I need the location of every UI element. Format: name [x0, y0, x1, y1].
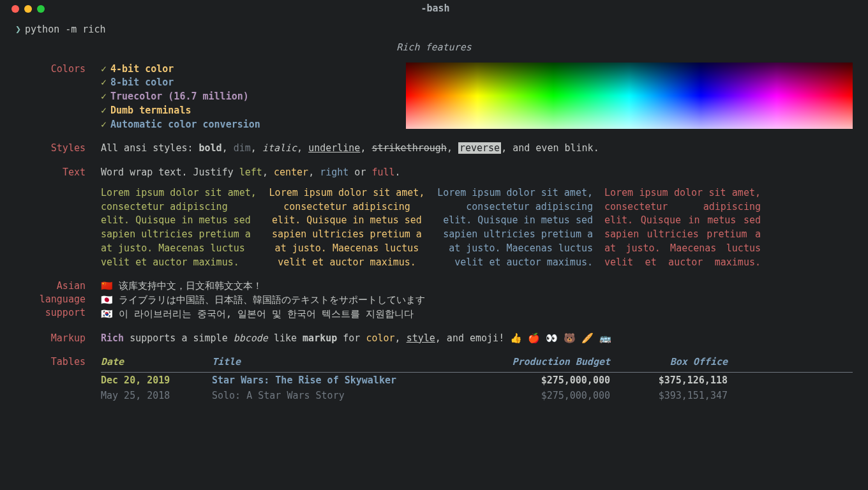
text-or: or	[348, 167, 371, 178]
section-label-colors: Colors	[15, 63, 86, 77]
td-box: $375,126,118	[625, 374, 728, 388]
check-icon: ✓	[101, 119, 107, 130]
section-label-styles: Styles	[15, 142, 86, 156]
th-title: Title	[212, 355, 467, 369]
svg-rect-1	[406, 63, 853, 129]
lorem-center: Lorem ipsum dolor sit amet, consectetur …	[269, 186, 425, 270]
section-label-text: Text	[15, 166, 86, 180]
table-row: Dec 20, 2019 Star Wars: The Rise of Skyw…	[101, 373, 853, 388]
colors-item: Automatic color conversion	[110, 119, 260, 130]
check-icon: ✓	[101, 77, 107, 88]
zoom-icon[interactable]	[37, 5, 45, 13]
td-date: May 25, 2018	[101, 389, 197, 403]
markup-emoji: 👍 🍎 👀 🐻 🥖 🚌	[510, 332, 611, 344]
markup-line: Rich supports a simple bbcode like marku…	[101, 332, 853, 346]
markup-markup: markup	[303, 332, 337, 344]
lorem-full: Lorem ipsum dolor sit amet, consectetur …	[604, 186, 761, 270]
minimize-icon[interactable]	[24, 5, 32, 13]
colors-item: Truecolor (16.7 million)	[110, 91, 249, 102]
asian-line: 🇯🇵 ライブラリは中国語、日本語、韓国語のテキストをサポートしています	[101, 293, 853, 308]
justify-center: center	[274, 167, 308, 178]
style-strike: strikethrough	[371, 142, 446, 154]
text-line: Word wrap text. Justify left, center, ri…	[101, 166, 853, 180]
td-box: $393,151,347	[625, 389, 728, 403]
markup-bbcode: bbcode	[234, 332, 268, 344]
text-period: .	[395, 167, 401, 178]
lorem-right: Lorem ipsum dolor sit amet, consectetur …	[437, 186, 593, 270]
table-row: May 25, 2018 Solo: A Star Wars Story $27…	[101, 388, 853, 403]
check-icon: ✓	[101, 63, 107, 75]
markup-rich: Rich	[101, 332, 124, 344]
justify-full: full	[371, 167, 394, 178]
asian-lines: 🇨🇳 该库支持中文，日文和韩文文本！ 🇯🇵 ライブラリは中国語、日本語、韓国語の…	[101, 279, 853, 321]
colors-item: 4-bit color	[110, 63, 174, 75]
window-title: -bash	[45, 2, 826, 16]
check-icon: ✓	[101, 91, 107, 102]
lorem-grid: Lorem ipsum dolor sit amet, consectetur …	[101, 186, 853, 270]
style-dim: dim	[234, 142, 251, 154]
justify-right: right	[320, 167, 348, 178]
style-italic: italic	[262, 142, 297, 154]
th-box: Box Office	[625, 355, 728, 369]
th-budget: Production Budget	[483, 355, 610, 369]
command-text: python -m rich	[25, 24, 105, 35]
asian-line: 🇨🇳 该库支持中文，日文和韩文文本！	[101, 279, 853, 293]
terminal-body[interactable]: ❯python -m rich Rich features Colors ✓4-…	[0, 18, 868, 403]
titlebar: -bash	[0, 0, 868, 18]
prompt-caret: ❯	[15, 24, 21, 35]
style-reverse: reverse	[458, 142, 501, 154]
td-title: Solo: A Star Wars Story	[212, 389, 467, 403]
colors-item: Dumb terminals	[110, 105, 191, 116]
section-label-markup: Markup	[15, 332, 86, 346]
traffic-lights	[11, 5, 45, 13]
section-label-tables: Tables	[15, 355, 86, 369]
color-spectrum	[406, 63, 853, 129]
terminal-window: -bash ❯python -m rich Rich features Colo…	[0, 0, 868, 490]
markup-style: style	[407, 332, 435, 344]
styles-line: All ansi styles: bold, dim, italic, unde…	[101, 142, 853, 156]
output-heading: Rich features	[15, 37, 853, 63]
section-label-asian: Asian language support	[15, 279, 86, 320]
close-icon[interactable]	[11, 5, 19, 13]
td-date: Dec 20, 2019	[101, 374, 197, 388]
colors-item: 8-bit color	[110, 77, 174, 88]
td-budget: $275,000,000	[483, 389, 610, 403]
th-date: Date	[101, 355, 197, 369]
table-header-row: Date Title Production Budget Box Office	[101, 355, 853, 373]
styles-lead: All ansi styles:	[101, 142, 199, 154]
td-title: Star Wars: The Rise of Skywalker	[212, 374, 467, 388]
asian-line: 🇰🇷 이 라이브러리는 중국어, 일본어 및 한국어 텍스트를 지원합니다	[101, 308, 853, 322]
colors-list: ✓4-bit color ✓8-bit color ✓Truecolor (16…	[101, 63, 391, 132]
td-budget: $275,000,000	[483, 374, 610, 388]
prompt-line: ❯python -m rich	[15, 23, 853, 37]
style-underline: underline	[308, 142, 360, 154]
lorem-left: Lorem ipsum dolor sit amet, consectetur …	[101, 186, 257, 270]
markup-color: color	[366, 332, 394, 344]
justify-left: left	[239, 167, 262, 178]
styles-tail: , and even blink.	[501, 142, 599, 154]
demo-table: Date Title Production Budget Box Office …	[101, 355, 853, 403]
style-bold: bold	[199, 142, 222, 154]
check-icon: ✓	[101, 105, 107, 116]
text-lead: Word wrap text. Justify	[101, 167, 239, 178]
